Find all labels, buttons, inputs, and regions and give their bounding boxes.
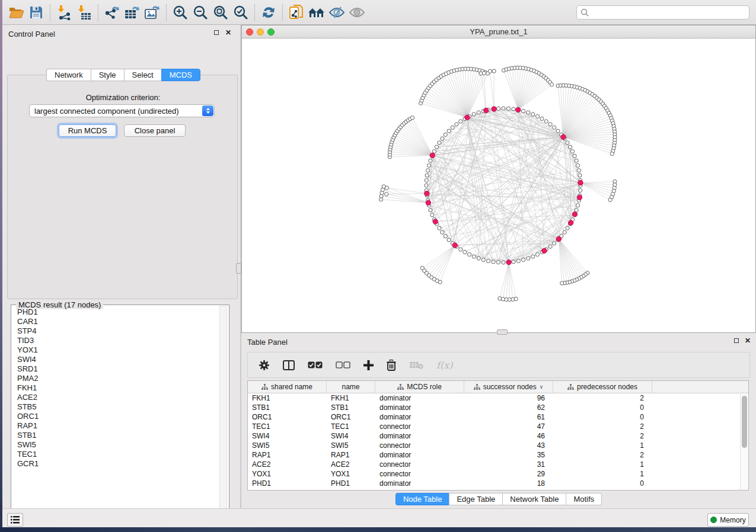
mcds-result-item[interactable]: ORC1: [12, 412, 221, 421]
table-settings-gear-icon[interactable]: [259, 360, 270, 371]
network-node[interactable]: [570, 149, 574, 153]
tab-network[interactable]: Network: [46, 69, 91, 81]
network-node[interactable]: [535, 252, 539, 256]
mcds-dominator-node[interactable]: [426, 200, 430, 205]
network-node[interactable]: [496, 261, 500, 264]
network-node[interactable]: [425, 174, 429, 177]
vertical-splitter-handle[interactable]: [236, 263, 241, 274]
network-node[interactable]: [441, 230, 444, 234]
network-node[interactable]: [579, 188, 582, 192]
delete-columns-trash-icon[interactable]: [387, 360, 396, 371]
mcds-result-item[interactable]: CAR1: [12, 317, 221, 326]
network-node[interactable]: [498, 297, 502, 300]
memory-button[interactable]: Memory: [707, 513, 749, 527]
table-row[interactable]: SWI4SWI4dominator462: [248, 431, 748, 441]
network-node[interactable]: [492, 260, 495, 264]
network-node[interactable]: [506, 107, 510, 110]
network-node[interactable]: [573, 154, 576, 158]
refresh-layout-button[interactable]: [259, 2, 279, 23]
mcds-dominator-node[interactable]: [492, 107, 496, 111]
mcds-dominator-node[interactable]: [578, 180, 583, 185]
network-node[interactable]: [382, 185, 385, 188]
network-node[interactable]: [425, 178, 428, 182]
network-node[interactable]: [444, 133, 447, 136]
horizontal-splitter-handle[interactable]: [497, 329, 508, 335]
mcds-list-scrollbar[interactable]: [219, 306, 227, 520]
clear-selection-icon[interactable]: [336, 361, 350, 368]
mcds-dominator-node[interactable]: [452, 243, 457, 248]
network-node[interactable]: [553, 242, 556, 245]
table-row[interactable]: FKH1FKH1dominator962: [248, 393, 748, 403]
table-row[interactable]: PHD1PHD1dominator180: [248, 479, 748, 488]
network-node[interactable]: [512, 107, 515, 111]
float-window-icon[interactable]: [214, 30, 219, 35]
network-node[interactable]: [578, 174, 582, 177]
close-window-traffic-light[interactable]: [246, 28, 253, 36]
network-node[interactable]: [426, 169, 429, 172]
network-node[interactable]: [576, 204, 579, 207]
network-node[interactable]: [576, 164, 579, 167]
table-row[interactable]: RAP1RAP1dominator352: [248, 450, 748, 460]
optimization-criterion-select[interactable]: largest connected component (undirected): [29, 104, 215, 117]
tab-select[interactable]: Select: [124, 69, 161, 81]
network-node[interactable]: [502, 261, 505, 264]
network-node[interactable]: [429, 209, 432, 212]
column-header-predecessor-nodes[interactable]: predecessor nodes: [553, 381, 652, 393]
network-node[interactable]: [566, 141, 569, 145]
network-node[interactable]: [438, 141, 441, 145]
mcds-result-item[interactable]: STP4: [12, 326, 221, 336]
network-node[interactable]: [435, 145, 438, 149]
network-node[interactable]: [550, 83, 553, 86]
first-neighbors-button[interactable]: [307, 2, 327, 23]
network-node[interactable]: [451, 126, 454, 129]
network-node[interactable]: [527, 257, 530, 260]
new-network-from-selection-button[interactable]: [286, 2, 307, 23]
tab-node-table[interactable]: Node Table: [395, 493, 449, 505]
network-node[interactable]: [430, 213, 434, 217]
column-header-name[interactable]: name: [327, 381, 375, 393]
network-node[interactable]: [556, 129, 560, 133]
network-node[interactable]: [531, 113, 535, 116]
close-panel-icon[interactable]: ✕: [225, 30, 231, 35]
table-row[interactable]: YOX1YOX1connector291: [248, 469, 748, 479]
network-node[interactable]: [575, 209, 578, 212]
network-node[interactable]: [540, 117, 544, 120]
network-node[interactable]: [385, 193, 388, 196]
network-node[interactable]: [429, 159, 432, 162]
mcds-dominator-node[interactable]: [572, 211, 577, 216]
table-row[interactable]: ACE2ACE2connector311: [248, 460, 748, 469]
mcds-dominator-node[interactable]: [577, 195, 582, 200]
mcds-result-item[interactable]: SWI5: [12, 440, 221, 450]
table-scrollbar-thumb[interactable]: [742, 396, 747, 448]
delete-table-icon[interactable]: [409, 361, 423, 369]
network-node[interactable]: [410, 116, 414, 120]
float-window-icon[interactable]: [734, 338, 739, 343]
mcds-dominator-node[interactable]: [569, 220, 573, 225]
mcds-result-item[interactable]: PMA2: [12, 374, 221, 383]
minimize-window-traffic-light[interactable]: [257, 28, 264, 36]
mcds-dominator-node[interactable]: [542, 248, 547, 253]
add-column-icon[interactable]: [363, 360, 374, 370]
zoom-window-traffic-light[interactable]: [267, 28, 275, 36]
network-node[interactable]: [522, 109, 525, 113]
network-node[interactable]: [477, 257, 480, 260]
mcds-dominator-node[interactable]: [430, 153, 435, 158]
network-node[interactable]: [544, 120, 548, 123]
tab-style[interactable]: Style: [91, 69, 124, 81]
mcds-result-list[interactable]: PHD1CAR1STP4TID3YOX1SWI4SRD1PMA2FKH1ACE2…: [12, 307, 221, 520]
function-builder-icon[interactable]: f(x): [436, 360, 452, 371]
zoom-out-button[interactable]: [190, 2, 210, 23]
network-node[interactable]: [472, 113, 476, 116]
network-node[interactable]: [482, 71, 486, 75]
network-node[interactable]: [441, 137, 444, 140]
show-columns-icon[interactable]: [283, 360, 295, 370]
mcds-result-item[interactable]: TID3: [12, 336, 221, 345]
network-node[interactable]: [492, 69, 496, 73]
import-network-button[interactable]: [54, 2, 74, 23]
zoom-in-button[interactable]: [170, 2, 190, 23]
export-table-button[interactable]: [122, 2, 142, 23]
export-image-button[interactable]: [142, 2, 162, 23]
column-header-MCDS-role[interactable]: MCDS role: [375, 381, 464, 393]
network-node[interactable]: [560, 281, 564, 285]
mcds-dominator-node[interactable]: [484, 108, 489, 113]
